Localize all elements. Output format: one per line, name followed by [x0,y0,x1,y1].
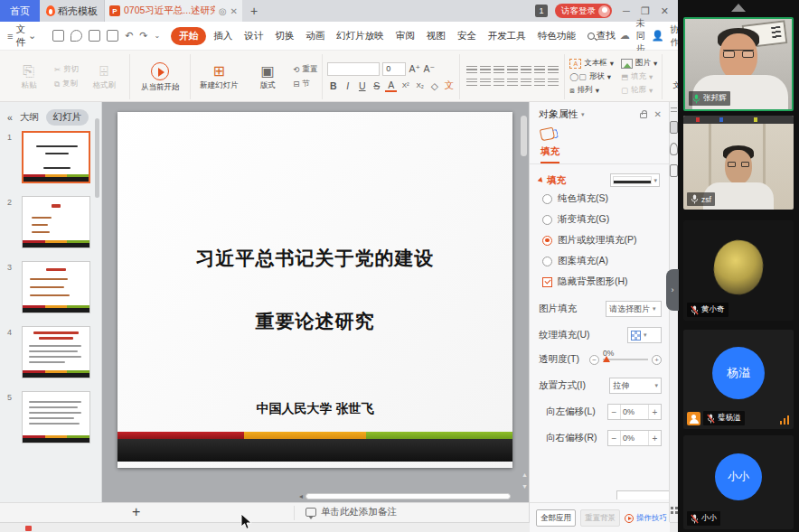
cut-button[interactable]: ✂剪切 [54,64,79,75]
slide-thumbnail-3[interactable] [22,261,90,313]
picture-fill-dropdown[interactable]: 请选择图片 ▾ [606,301,662,317]
picture-button[interactable]: 图片▾ [621,58,657,69]
next-slide-button[interactable]: ▼ [522,483,528,490]
slide-thumbnail-1[interactable] [22,131,90,183]
panel-title[interactable]: 对象属性 [539,107,578,121]
canvas-vertical-scrollbar[interactable] [521,116,527,156]
text-direction-icon[interactable] [548,66,559,75]
tab-design[interactable]: 设计 [240,27,268,45]
hide-background-checkbox[interactable]: 隐藏背景图形(H) [542,275,669,288]
bullet-list-icon[interactable] [466,66,477,75]
line-spacing-icon[interactable] [521,66,531,75]
add-slide-button[interactable]: + [132,504,140,520]
close-tab-icon[interactable]: ✕ [230,6,238,16]
current-slide[interactable]: 习近平总书记关于党的建设 重要论述研究 中国人民大学 张世飞 [118,112,512,468]
cloud-sync-icon[interactable]: ☁ [620,30,630,42]
slides-tab[interactable]: 幻灯片 [46,109,89,126]
collapse-panel-tab[interactable]: › [666,269,679,311]
arrange-button[interactable]: ⧈排列▾ [569,85,614,96]
increase-icon[interactable]: + [649,434,661,443]
previous-slide-button[interactable]: ▲ [522,471,528,478]
layout-button[interactable]: ▣ 版式 [247,64,288,89]
rocket-rail-icon[interactable] [670,143,678,155]
tab-find[interactable]: 查找 [583,27,620,45]
increase-icon[interactable]: + [652,355,662,365]
fill-tab[interactable]: 填充 [540,145,559,163]
outline-tab[interactable]: 大纲 [20,111,39,124]
slide-thumbnail-4[interactable] [22,326,90,378]
redo-icon[interactable]: ↷ [139,30,147,42]
align-left-icon[interactable] [466,79,477,88]
tab-animation[interactable]: 动画 [301,27,329,45]
layers-rail-icon[interactable] [670,164,678,177]
restore-button[interactable]: ❐ [641,5,650,17]
tab-transition[interactable]: 切换 [270,27,298,45]
collapse-sidebar-icon[interactable]: « [7,112,13,123]
video-tile-4[interactable]: 杨溢 璧杨溢 [683,330,794,429]
section-button[interactable]: ⊟节 [293,79,317,89]
number-list-icon[interactable] [480,66,491,75]
scroll-left-icon[interactable]: ◂ [299,492,303,500]
slide-thumbnail-5[interactable] [22,391,90,443]
offset-left-stepper[interactable]: − 0% + [607,404,662,420]
apply-all-button[interactable]: 全部应用 [536,509,576,527]
file-menu[interactable]: ≡ 文件 ⌄ [0,23,42,49]
print-preview-icon[interactable] [107,30,118,42]
output-icon[interactable] [70,30,82,42]
justify-icon[interactable] [507,79,518,88]
decrease-icon[interactable]: − [589,355,599,365]
play-from-current-button[interactable]: 从当前开始 [135,62,185,91]
align-middle-icon[interactable] [548,79,559,88]
offset-right-stepper[interactable]: − 0% + [607,430,662,446]
font-family-input[interactable] [327,62,380,76]
pin-icon[interactable]: ◎ [219,6,227,16]
rail-handle-icon[interactable] [671,107,677,112]
solid-fill-option[interactable]: 纯色填充(S) [542,192,669,205]
tab-insert[interactable]: 插入 [209,27,237,45]
placement-dropdown[interactable]: 拉伸 ▾ [609,378,662,394]
decrease-font-icon[interactable]: A⁻ [423,63,435,74]
new-slide-button[interactable]: ⊞ 新建幻灯片 [195,64,242,89]
copy-button[interactable]: ⧉复制 [54,79,79,89]
scroll-up-icon[interactable] [731,4,746,12]
shapes-button[interactable]: ◯▢形状▾ [569,71,614,82]
decrease-indent-icon[interactable] [494,66,504,75]
reset-button[interactable]: ⟲重置 [293,64,317,75]
guest-login-button[interactable]: 访客登录 [555,4,612,18]
close-panel-icon[interactable]: ✕ [654,109,662,119]
tab-document[interactable]: P 0705习近平总...述研究 - 副本 ◎ ✕ [105,0,242,22]
align-top-icon[interactable] [534,79,545,88]
chevron-down-icon[interactable]: ⌄ [155,32,161,40]
horizontal-scrollbar-track[interactable] [306,493,511,499]
texture-fill-dropdown[interactable]: ▾ [627,327,662,343]
underline-button[interactable]: U [356,80,368,91]
close-button[interactable]: ✕ [661,5,669,17]
slider-track[interactable]: 0% [603,359,648,360]
pattern-fill-option[interactable]: 图案填充(A) [542,255,669,267]
notes-bar[interactable]: 单击此处添加备注 [306,506,397,518]
tab-docer-templates[interactable]: 稻壳模板 [40,0,105,22]
video-tile-3[interactable]: 黄小奇 [683,220,794,321]
increase-font-icon[interactable]: A⁺ [409,63,420,74]
tab-review[interactable]: 审阅 [391,27,419,45]
font-size-input[interactable]: 0 [382,62,406,76]
minimize-button[interactable]: ─ [623,5,630,17]
gradient-fill-option[interactable]: 渐变填充(G) [542,213,669,226]
outline-button[interactable]: ▢轮廓▾ [621,85,657,96]
font-color-button[interactable]: A [385,79,397,92]
transparency-slider[interactable]: − 0% + [589,355,662,365]
tab-home[interactable]: 首页 [0,0,40,22]
bold-button[interactable]: B [327,80,339,91]
increase-indent-icon[interactable] [507,66,518,75]
format-painter-button[interactable]: ⌹ 格式刷 [83,64,125,89]
tab-devtools[interactable]: 开发工具 [484,27,531,45]
decrease-icon[interactable]: − [608,407,620,417]
strikethrough-button[interactable]: S [371,80,382,91]
tab-security[interactable]: 安全 [453,27,481,45]
fill-color-dropdown[interactable]: ▾ [610,173,660,187]
increase-icon[interactable]: + [649,407,661,417]
tab-view[interactable]: 视图 [422,27,450,45]
save-icon[interactable] [52,30,64,42]
align-center-icon[interactable] [480,79,491,88]
superscript-button[interactable]: X² [400,81,411,89]
